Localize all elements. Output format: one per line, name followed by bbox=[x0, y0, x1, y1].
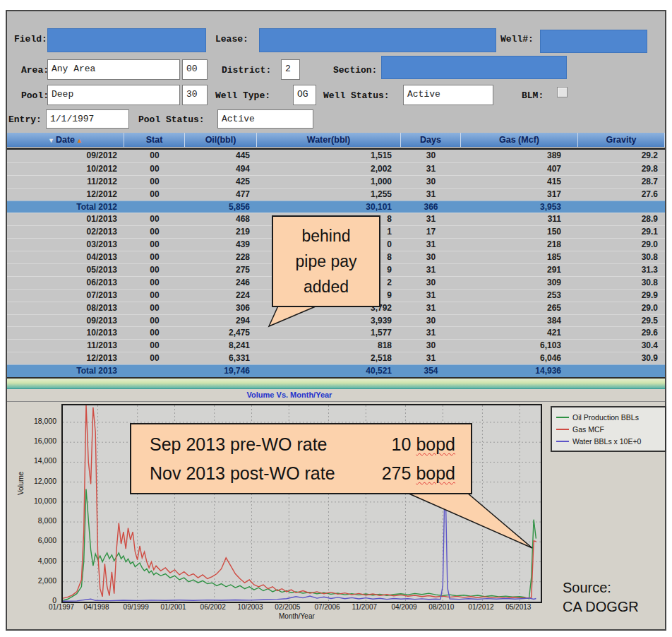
production-table-header: ▼Date▲ Stat Oil(bbl) Water(bbl) Days Gas… bbox=[7, 133, 665, 148]
y-tick-label: 16,000 bbox=[7, 436, 56, 445]
divider-band bbox=[7, 379, 665, 389]
well-status-label: Well Status: bbox=[323, 90, 390, 101]
well-number-redacted bbox=[540, 30, 647, 53]
title-separator bbox=[7, 401, 665, 402]
table-row[interactable]: 12/2012 00 477 1,255 31 317 27.6 bbox=[7, 188, 665, 201]
source-caption: Source: CA DOGGR bbox=[563, 578, 639, 617]
source-caption-line2: CA DOGGR bbox=[563, 597, 639, 617]
well-status-input[interactable]: Active bbox=[403, 85, 493, 105]
x-tick-label: 01/1997 bbox=[42, 603, 81, 611]
x-tick-label: 08/2010 bbox=[421, 603, 461, 611]
x-tick-label: 01/2001 bbox=[154, 603, 193, 611]
lease-value-redacted bbox=[259, 28, 496, 52]
y-tick-label: 14,000 bbox=[7, 456, 56, 465]
district-label: District: bbox=[222, 65, 271, 76]
pool-code-input[interactable]: 30 bbox=[182, 85, 208, 105]
pool-status-label: Pool Status: bbox=[138, 114, 205, 125]
y-tick-label: 6,000 bbox=[7, 536, 56, 544]
legend-line-swatch bbox=[556, 441, 569, 442]
pool-status-input[interactable]: Active bbox=[217, 109, 313, 129]
area-code-input[interactable]: 00 bbox=[182, 59, 208, 80]
y-tick-label: 18,000 bbox=[7, 417, 56, 425]
x-axis-title: Month/Year bbox=[279, 612, 315, 620]
table-row[interactable]: 11/2013 00 8,241 818 30 6,103 30.4 bbox=[7, 339, 665, 352]
column-header-date[interactable]: ▼Date▲ bbox=[7, 133, 124, 147]
screenshot-stage: Field: Lease: Well#: Area: Any Area 00 D… bbox=[0, 0, 672, 637]
x-tick-label: 04/1998 bbox=[77, 603, 116, 611]
pool-input[interactable]: Deep bbox=[47, 85, 180, 105]
legend-line-swatch bbox=[556, 417, 569, 418]
table-row[interactable]: 10/2013 00 2,475 1,577 31 421 29.6 bbox=[7, 326, 665, 339]
blm-checkbox[interactable] bbox=[557, 87, 568, 97]
field-value-redacted bbox=[47, 28, 206, 52]
column-header-days[interactable]: Days bbox=[401, 133, 461, 147]
sort-asc-icon[interactable]: ▲ bbox=[76, 137, 83, 144]
x-tick-label: 11/2007 bbox=[344, 603, 384, 611]
field-label: Field: bbox=[14, 34, 47, 44]
entry-label: Entry: bbox=[8, 114, 42, 125]
x-tick-label: 09/1999 bbox=[116, 603, 156, 611]
table-row[interactable]: 09/2013 00 294 3,939 30 384 29.5 bbox=[7, 314, 665, 327]
x-tick-label: 06/2002 bbox=[193, 603, 233, 611]
entry-input[interactable]: 1/1/1997 bbox=[46, 109, 129, 129]
table-row[interactable]: Total 2012 5,856 30,101 366 3,953 bbox=[7, 201, 665, 213]
table-annotation-callout: behind pipe pay added bbox=[272, 215, 380, 307]
source-caption-line1: Source: bbox=[563, 578, 639, 597]
blm-label: BLM: bbox=[522, 90, 544, 101]
legend-item: Gas MCF bbox=[556, 423, 661, 435]
table-row[interactable]: 09/2012 00 445 1,515 30 389 29.2 bbox=[7, 150, 665, 162]
lease-label: Lease: bbox=[215, 34, 248, 44]
table-row[interactable]: Total 2013 19,746 40,521 354 14,936 bbox=[7, 364, 665, 377]
app-window: Field: Lease: Well#: Area: Any Area 00 D… bbox=[6, 10, 666, 631]
column-header-gas[interactable]: Gas (Mcf) bbox=[461, 133, 578, 147]
y-tick-label: 4,000 bbox=[7, 556, 56, 565]
x-tick-label: 05/2013 bbox=[498, 603, 538, 611]
x-tick-label: 07/2006 bbox=[307, 603, 347, 611]
column-header-water[interactable]: Water(bbl) bbox=[257, 133, 401, 147]
well-number-label: Well#: bbox=[500, 34, 534, 44]
well-type-input[interactable]: OG bbox=[293, 85, 316, 105]
legend-item: Oil Production BBLs bbox=[556, 411, 661, 423]
y-tick-label: 8,000 bbox=[7, 516, 56, 525]
y-tick-label: 10,000 bbox=[7, 496, 56, 505]
legend-item: Water BBLs x 10E+0 bbox=[556, 435, 661, 447]
chart-annotation-callout: Sep 2013 pre-WO rate 10 bopd Nov 2013 po… bbox=[130, 423, 472, 494]
x-tick-label: 10/2003 bbox=[230, 603, 270, 611]
sort-desc-icon[interactable]: ▼ bbox=[48, 137, 54, 144]
table-row[interactable]: 12/2013 00 6,331 2,518 31 6,046 30.9 bbox=[7, 352, 665, 364]
chart-legend: Oil Production BBLs Gas MCF Water BBLs x… bbox=[551, 406, 666, 452]
column-header-oil[interactable]: Oil(bbl) bbox=[185, 133, 257, 147]
column-header-gravity[interactable]: Gravity bbox=[578, 133, 665, 147]
area-label: Area: bbox=[21, 65, 49, 76]
x-tick-label: 04/2009 bbox=[384, 603, 424, 611]
pool-label: Pool: bbox=[21, 90, 49, 101]
district-input[interactable]: 2 bbox=[281, 59, 300, 80]
table-row[interactable]: 10/2012 00 494 2,002 31 407 29.8 bbox=[7, 162, 665, 175]
y-tick-label: 2,000 bbox=[7, 576, 56, 585]
section-value-redacted bbox=[381, 56, 567, 79]
column-header-stat[interactable]: Stat bbox=[124, 133, 185, 147]
x-tick-label: 01/2012 bbox=[461, 603, 500, 611]
chart-title: Volume Vs. Month/Year bbox=[7, 391, 572, 399]
well-type-label: Well Type: bbox=[215, 90, 270, 101]
legend-line-swatch bbox=[556, 429, 569, 430]
y-tick-label: 12,000 bbox=[7, 477, 56, 485]
area-input[interactable]: Any Area bbox=[47, 59, 180, 80]
x-tick-label: 02/2005 bbox=[268, 603, 307, 611]
section-label: Section: bbox=[333, 65, 377, 76]
table-row[interactable]: 11/2012 00 425 1,000 30 415 28.7 bbox=[7, 175, 665, 188]
